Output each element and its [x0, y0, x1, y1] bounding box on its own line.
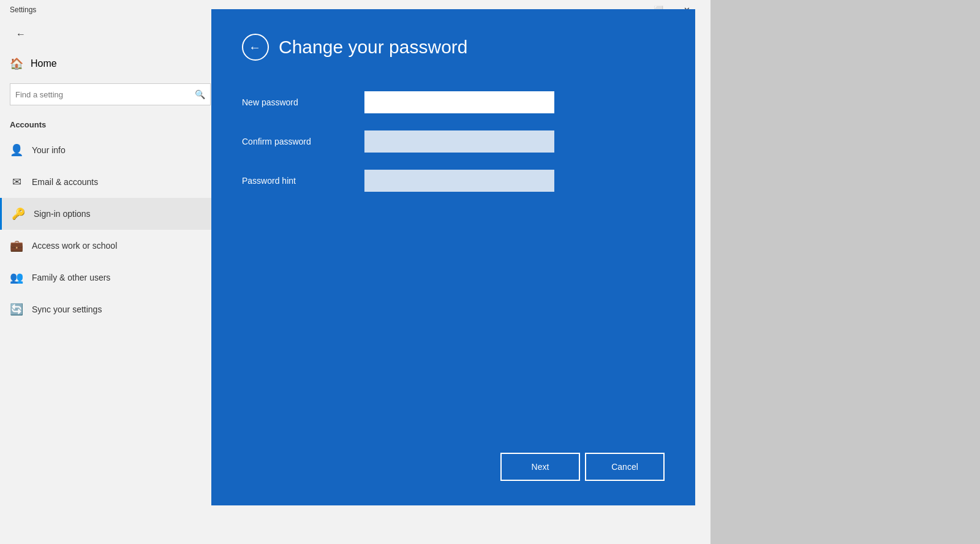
sidebar-item-label-sync-settings: Sync your settings — [32, 304, 102, 314]
sidebar-item-family-users[interactable]: 👥 Family & other users — [0, 262, 221, 293]
sidebar-item-home[interactable]: 🏠 Home — [0, 49, 221, 78]
cancel-button[interactable]: Cancel — [585, 453, 665, 481]
dialog-back-button[interactable]: ← — [242, 34, 269, 61]
dialog-title: Change your password — [279, 37, 468, 58]
password-hint-group: Password hint — [242, 170, 665, 192]
confirm-password-label: Confirm password — [242, 137, 364, 146]
sidebar-item-access-work[interactable]: 💼 Access work or school — [0, 230, 221, 262]
accounts-label: Accounts — [0, 110, 221, 134]
search-box: 🔍 — [10, 83, 211, 105]
change-password-dialog: ← Change your password New password Conf… — [211, 9, 695, 505]
family-users-icon: 👥 — [10, 271, 23, 284]
dialog-footer: Next Cancel — [242, 440, 665, 481]
sidebar-item-your-info[interactable]: 👤 Your info — [0, 134, 221, 166]
access-work-icon: 💼 — [10, 239, 23, 252]
sidebar-item-label-sign-in-options: Sign-in options — [34, 209, 91, 219]
sync-settings-icon: 🔄 — [10, 303, 23, 316]
sign-in-options-icon: 🔑 — [12, 207, 25, 221]
sidebar-item-sync-settings[interactable]: 🔄 Sync your settings — [0, 293, 221, 325]
sidebar: ← 🏠 Home 🔍 Accounts 👤 Your info ✉ Email … — [0, 20, 221, 544]
back-arrow-icon: ← — [249, 40, 261, 55]
sidebar-nav-top: ← — [0, 20, 221, 49]
sidebar-back-button[interactable]: ← — [10, 23, 32, 45]
new-password-input[interactable] — [364, 91, 554, 113]
sidebar-item-sign-in-options[interactable]: 🔑 Sign-in options — [0, 198, 221, 230]
next-button[interactable]: Next — [500, 453, 580, 481]
dialog-header: ← Change your password — [242, 34, 665, 61]
confirm-password-input[interactable] — [364, 130, 554, 153]
home-label: Home — [31, 58, 57, 69]
new-password-label: New password — [242, 97, 364, 107]
password-hint-label: Password hint — [242, 176, 364, 186]
sidebar-item-label-access-work: Access work or school — [32, 241, 117, 251]
sidebar-item-email-accounts[interactable]: ✉ Email & accounts — [0, 166, 221, 198]
home-icon: 🏠 — [10, 57, 23, 70]
sidebar-item-label-your-info: Your info — [32, 145, 66, 155]
password-hint-input[interactable] — [364, 170, 554, 192]
your-info-icon: 👤 — [10, 143, 23, 157]
sidebar-item-label-family-users: Family & other users — [32, 273, 110, 282]
search-input[interactable] — [15, 90, 191, 99]
new-password-group: New password — [242, 91, 665, 113]
confirm-password-group: Confirm password — [242, 130, 665, 153]
sidebar-item-label-email-accounts: Email & accounts — [32, 177, 98, 187]
email-accounts-icon: ✉ — [10, 175, 23, 189]
search-icon: 🔍 — [195, 89, 205, 99]
